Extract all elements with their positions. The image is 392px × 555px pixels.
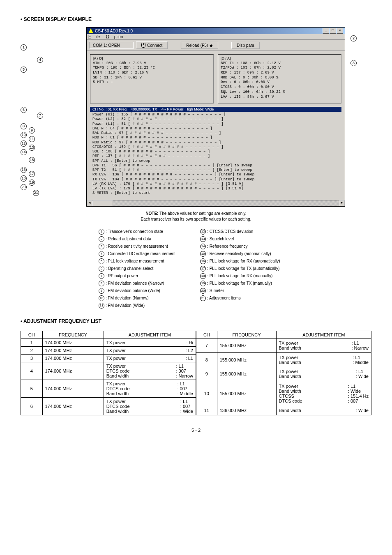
listing-row: RX LVA : 136 [ # # # # # # # # # # # – –… — [92, 173, 339, 177]
close-button[interactable]: × — [337, 28, 343, 34]
legend-item: 3: Receive sensitivity measurement — [99, 244, 175, 249]
cell-freq: 174.000 MHz — [42, 354, 104, 362]
adj-labels: TX power DTCS code Band width — [106, 381, 130, 396]
cell-adj: TX power Band width CTCSS DTCS code: L1 … — [276, 381, 371, 406]
legend-text: : Adjustment items — [207, 296, 241, 300]
adj-labels: TX power Band width — [279, 355, 301, 365]
callout-4: 4 — [37, 57, 43, 63]
mouse-icon — [141, 43, 145, 48]
adj-values: : L1 : Wide — [356, 369, 369, 379]
adj-labels: TX power Band width CTCSS DTCS code — [279, 384, 302, 403]
panel-da: [D / A] BPF T1 : 108 : 6Ch : 2.12 V T2/P… — [218, 54, 341, 104]
horizontal-scrollbar[interactable]: ◄ ► — [87, 200, 345, 206]
th-adj: ADJUSTMENT ITEM — [276, 331, 371, 339]
cell-ch: 6 — [21, 397, 43, 415]
legend-item: 5: PLL lock voltage measurement — [99, 258, 175, 264]
page-number: 5 - 2 — [21, 428, 371, 433]
cell-ch: 7 — [196, 339, 217, 353]
legend-number: 5 — [99, 258, 104, 264]
scroll-left-arrow[interactable]: ◄ — [87, 200, 92, 206]
title-bar: CS-F50 ADJ Rev.1.0 _ □ × — [87, 28, 345, 34]
reload-button[interactable]: Reload (F5) ◆ — [181, 42, 218, 49]
adj-values: : L1 : 007 : Wide — [180, 399, 193, 414]
scroll-right-arrow[interactable]: ► — [339, 200, 345, 206]
scroll-track[interactable] — [113, 200, 339, 206]
cell-adj: TX power Band width: L1 : Narrow — [276, 339, 371, 353]
cell-freq: 155.000 MHz — [217, 367, 276, 381]
cell-adj: TX power DTCS code Band width: L1 : 007 … — [104, 380, 196, 397]
legend-number: 15 — [200, 251, 206, 257]
cell-ch: 5 — [21, 380, 43, 397]
heading-adjustment-list: • ADJUSTMENT FREQUENCY LIST — [21, 318, 371, 324]
window-title: CS-F50 ADJ Rev.1.0 — [95, 29, 133, 33]
cell-ch: 10 — [196, 381, 217, 406]
legend-item: 9: FM deviation balance (Wide) — [99, 288, 175, 294]
legend-text: : Transceiver's connection state — [106, 229, 163, 234]
legend-number: 8 — [99, 281, 104, 286]
freq-table-left: CH FREQUENCY ADJUSTMENT ITEM 1174.000 MH… — [21, 331, 196, 415]
legend-text: : PLL lock voltage measurement — [106, 259, 164, 263]
callout-15: 15 — [29, 157, 35, 163]
legend-item: 20: S-meter — [200, 288, 280, 294]
app-window: CS-F50 ADJ Rev.1.0 _ □ × File Option COM… — [86, 27, 345, 207]
panel-ad: [A / D] VIN : 203 : CBh : 7.96 V TEMPS :… — [90, 54, 214, 104]
maximize-button[interactable]: □ — [330, 28, 336, 34]
listing-row: REF : 137 [ # # # # # # # # # # # – – – … — [92, 154, 339, 159]
table-row: 9155.000 MHzTX power Band width: L1 : Wi… — [196, 367, 371, 381]
connect-button[interactable]: Connect — [136, 41, 168, 49]
note-line2: Each transceiver has its own specific va… — [141, 217, 251, 221]
menu-file[interactable]: File — [88, 35, 100, 39]
cell-adj: TX power: Hi — [104, 339, 196, 346]
adj-values: : L1 — [186, 356, 193, 361]
legend-item: 7: RF output power — [99, 273, 175, 279]
heading-screen-example: • SCREEN DISPLAY EXAMPLE — [21, 16, 371, 22]
legend-text: : Operating channel select — [106, 266, 153, 271]
table-row: 6174.000 MHzTX power DTCS code Band widt… — [21, 397, 196, 415]
cell-adj: TX power DTCS code Band width: L1 : 007 … — [104, 362, 196, 380]
panel-ad-line: VIN : 203 : CBh : 7.96 V — [93, 61, 211, 66]
adj-labels: TX power — [106, 356, 126, 361]
listing-row: SQL : 100 [ # # # # # # # # – – – – – – … — [92, 150, 339, 154]
legend-item: 17: PLL lock voltage for TX (automatical… — [200, 266, 280, 272]
callout-1: 1 — [21, 44, 27, 51]
legend-text: : PLL lock voltage for RX (automatically… — [207, 259, 280, 263]
table-row: 3174.000 MHzTX power: L1 — [21, 354, 196, 362]
note-label: NOTE: — [145, 211, 158, 216]
legend-text: : Reload adjustment data — [106, 237, 151, 241]
adj-labels: TX power DTCS code Band width — [106, 399, 130, 414]
adjustment-listing: Power (Hi) : 155 [ # # # # # # # # # # #… — [90, 112, 341, 198]
adj-labels: TX power Band width — [279, 341, 301, 350]
menu-bar: File Option — [87, 34, 345, 40]
menu-option[interactable]: Option — [106, 35, 123, 39]
callout-12: 12 — [21, 140, 27, 147]
cell-freq: 174.000 MHz — [42, 339, 104, 346]
legend-text: : PLL lock voltage for TX (manually) — [207, 281, 272, 286]
cell-adj: TX power Band width: L1 : Wide — [276, 367, 371, 381]
legend-text: : Reference frequency — [207, 244, 247, 249]
cell-freq: 155.000 MHz — [217, 381, 276, 406]
panel-da-line: SQL Lev : 100 : 64h : 39.22 % — [221, 90, 339, 95]
legend: 1: Transceiver's connection state2: Relo… — [99, 229, 371, 310]
panel-da-line: CTCSS : 0 : 00h : 0.00 V — [221, 85, 339, 90]
callout-11: 11 — [29, 136, 35, 142]
table-row: 11136.000 MHzBand width: Wide — [196, 406, 371, 415]
scroll-thumb[interactable] — [92, 200, 113, 206]
legend-item: 4: Connected DC voltage measurement — [99, 251, 175, 257]
legend-number: 6 — [99, 266, 104, 272]
listing-row: BAL Ratio : 97 [ # # # # # # # # – – – –… — [92, 131, 339, 136]
legend-number: 13 — [200, 236, 206, 242]
legend-item: 10: FM deviation (Narrow) — [99, 295, 175, 301]
panel-ad-header: [A / D] — [93, 56, 211, 61]
legend-number: 2 — [99, 236, 104, 242]
minimize-button[interactable]: _ — [323, 28, 329, 34]
listing-row: BPF T1 : 56 [ # # # # – – – – – – – – – … — [92, 164, 339, 168]
legend-number: 1 — [99, 229, 104, 235]
legend-item: 21: Adjustment items — [200, 295, 280, 301]
app-icon — [88, 28, 93, 33]
channel-status-bar: CH No. : 01 RX Freq = 400.000000, TX = <… — [90, 107, 341, 112]
callout-17: 17 — [29, 171, 35, 177]
cell-ch: 2 — [21, 346, 43, 354]
callout-8: 8 — [21, 123, 27, 129]
cell-adj: Band width: Wide — [276, 406, 371, 415]
disp-para-button[interactable]: Disp para — [231, 42, 260, 49]
